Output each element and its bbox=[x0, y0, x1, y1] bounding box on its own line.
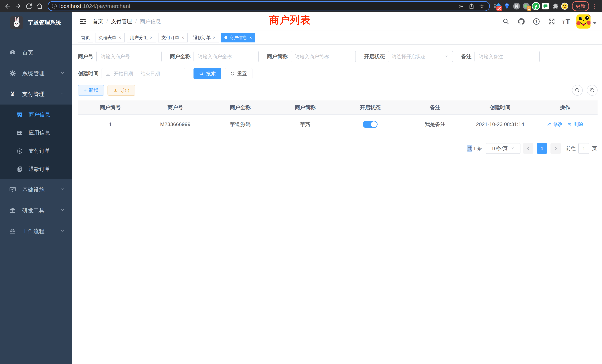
search-icon bbox=[199, 71, 204, 76]
cell-create-time: 2021-10-23 08:31:14 bbox=[468, 121, 533, 127]
create-time-range-picker[interactable]: 开始日期 - 结束日期 bbox=[102, 68, 185, 79]
browser-forward-button[interactable] bbox=[13, 1, 23, 11]
tab-close-icon[interactable]: × bbox=[118, 35, 121, 40]
fullscreen-icon bbox=[548, 18, 555, 25]
short-name-input[interactable] bbox=[291, 51, 356, 62]
sidebar-item-app-info[interactable]: 应用信息 bbox=[0, 124, 72, 142]
browser-chrome: localhost:1024/pay/merchant ☆ 10 ⌘ 1 y bbox=[0, 0, 602, 12]
extension-chat[interactable] bbox=[541, 2, 550, 10]
extension-recorder[interactable]: 1 bbox=[522, 2, 530, 10]
browser-back-button[interactable] bbox=[3, 1, 12, 11]
tab-user-group[interactable]: 用户分组× bbox=[127, 33, 156, 43]
total-prefix: 共 bbox=[467, 145, 472, 152]
toggle-search-button[interactable] bbox=[572, 85, 583, 96]
url-host: localhost bbox=[59, 3, 81, 9]
browser-reload-button[interactable] bbox=[24, 1, 34, 11]
sidebar-item-refund-order[interactable]: 退款订单 bbox=[0, 160, 72, 178]
search-button[interactable]: 搜索 bbox=[194, 68, 221, 79]
status-select-placeholder: 请选择开启状态 bbox=[392, 53, 444, 60]
page-size-select[interactable]: 10条/页 bbox=[486, 143, 520, 154]
trash-icon bbox=[568, 122, 572, 127]
bookmark-button[interactable]: ☆ bbox=[478, 2, 486, 10]
t-big: T bbox=[566, 18, 570, 25]
filter-label-create-time: 创建时间 bbox=[78, 70, 99, 77]
tab-home[interactable]: 首页 bbox=[78, 33, 93, 43]
breadcrumb-current: 商户信息 bbox=[140, 18, 161, 25]
site-info-icon[interactable] bbox=[52, 3, 57, 9]
sidebar-item-pay-order[interactable]: 支付订单 bbox=[0, 142, 72, 160]
sidebar-item-workflow[interactable]: 工作流程 bbox=[0, 221, 72, 242]
github-link-button[interactable] bbox=[517, 17, 526, 26]
user-menu[interactable] bbox=[576, 14, 596, 29]
breadcrumb-pay[interactable]: 支付管理 bbox=[111, 18, 132, 25]
full-name-input[interactable] bbox=[194, 51, 259, 62]
tab-merchant-info[interactable]: 商户信息× bbox=[221, 33, 255, 43]
cell-remark: 我是备注 bbox=[403, 121, 468, 128]
column-header: 商户简称 bbox=[273, 104, 338, 111]
tab-process-form[interactable]: 流程表单× bbox=[95, 33, 125, 43]
extension-diamond[interactable]: 10 bbox=[493, 2, 502, 10]
browser-update-button[interactable]: 更新 bbox=[572, 1, 589, 11]
plus-icon: + bbox=[83, 87, 87, 93]
total-count: 1 bbox=[473, 146, 476, 151]
sidebar-item-infra[interactable]: 基础设施 bbox=[0, 179, 72, 200]
tab-close-icon[interactable]: × bbox=[150, 35, 153, 40]
next-page-button[interactable] bbox=[550, 143, 561, 154]
remark-input[interactable] bbox=[474, 51, 540, 62]
tab-close-icon[interactable]: × bbox=[249, 35, 252, 40]
merchant-no-input[interactable] bbox=[96, 51, 162, 62]
annotation-page-title: 商户列表 bbox=[269, 13, 311, 27]
column-header: 开启状态 bbox=[338, 104, 403, 111]
extension-yudao[interactable]: y bbox=[532, 2, 540, 10]
browser-profile-avatar[interactable] bbox=[560, 2, 569, 10]
extension-command[interactable]: ⌘ bbox=[512, 2, 521, 10]
goto-page-input[interactable] bbox=[578, 143, 589, 154]
toolbox-icon bbox=[9, 228, 17, 235]
page-number-1[interactable]: 1 bbox=[537, 143, 547, 154]
start-date-placeholder: 开始日期 bbox=[114, 70, 133, 77]
tab-close-icon[interactable]: × bbox=[181, 35, 184, 40]
tab-label: 用户分组 bbox=[130, 35, 148, 41]
pencil-icon bbox=[547, 122, 552, 127]
page-size-value: 10条/页 bbox=[491, 145, 508, 152]
table-header: 商户编号 商户号 商户全称 商户简称 开启状态 备注 创建时间 操作 bbox=[78, 100, 598, 115]
edit-link[interactable]: 修改 bbox=[547, 121, 563, 128]
export-button[interactable]: 导出 bbox=[108, 85, 135, 96]
search-icon bbox=[575, 88, 580, 93]
tab-pay-order[interactable]: 支付订单× bbox=[158, 33, 188, 43]
pagination: 共1条 10条/页 1 前往 页 bbox=[78, 143, 597, 154]
url-bar[interactable]: localhost:1024/pay/merchant ☆ bbox=[48, 2, 489, 11]
header-search-button[interactable] bbox=[502, 17, 510, 26]
delete-link[interactable]: 删除 bbox=[568, 121, 583, 128]
browser-home-button[interactable] bbox=[35, 1, 44, 11]
sidebar-item-pay[interactable]: ¥ 支付管理 bbox=[0, 84, 72, 105]
reset-button[interactable]: 重置 bbox=[225, 68, 252, 79]
pagination-total: 共1条 bbox=[467, 145, 482, 152]
fullscreen-button[interactable] bbox=[547, 17, 556, 26]
docs-help-button[interactable]: ? bbox=[532, 17, 541, 26]
sidebar-item-merchant-info[interactable]: 商户信息 bbox=[0, 106, 72, 124]
status-select[interactable]: 请选择开启状态 bbox=[388, 51, 453, 62]
sidebar-item-home[interactable]: 首页 bbox=[0, 42, 72, 63]
share-icon bbox=[469, 3, 474, 9]
add-button[interactable]: + 新增 bbox=[78, 85, 104, 96]
refresh-icon bbox=[230, 71, 235, 76]
browser-menu-button[interactable]: ⋮ bbox=[590, 2, 599, 10]
sidebar-item-dev-tools[interactable]: 研发工具 bbox=[0, 200, 72, 221]
refresh-table-button[interactable] bbox=[587, 85, 598, 96]
reload-icon bbox=[25, 3, 32, 10]
status-toggle-on[interactable] bbox=[363, 121, 377, 128]
tab-close-icon[interactable]: × bbox=[213, 35, 216, 40]
sidebar-item-system[interactable]: 系统管理 bbox=[0, 63, 72, 84]
extensions-menu[interactable] bbox=[551, 2, 559, 10]
extension-gem[interactable] bbox=[503, 2, 511, 10]
sidebar-logo[interactable]: 芋道管理系统 bbox=[0, 12, 72, 33]
tab-refund-order[interactable]: 退款订单× bbox=[190, 33, 219, 43]
dashboard-icon bbox=[9, 49, 17, 56]
breadcrumb-home[interactable]: 首页 bbox=[93, 18, 103, 25]
prev-page-button[interactable] bbox=[523, 143, 533, 154]
sidebar-toggle-button[interactable] bbox=[78, 17, 87, 26]
font-size-button[interactable]: TT bbox=[562, 18, 570, 25]
share-button[interactable] bbox=[467, 2, 476, 10]
password-manager-button[interactable] bbox=[457, 2, 465, 10]
